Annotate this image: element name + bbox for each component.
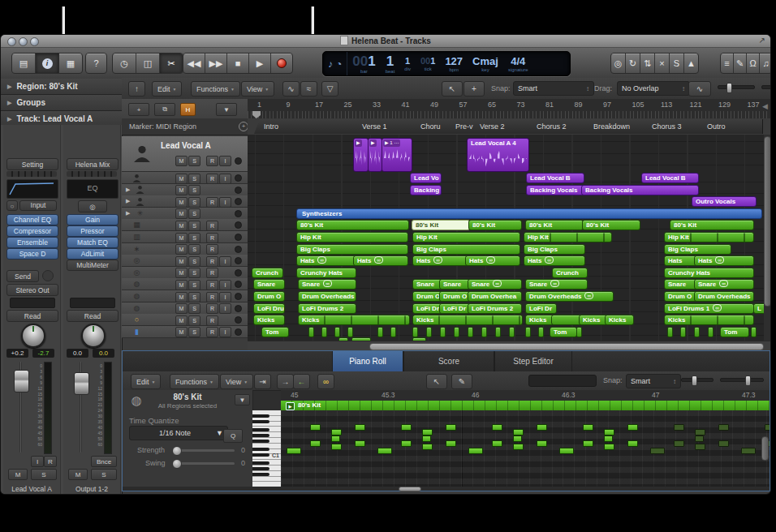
record-enable-button[interactable]: R (206, 156, 218, 166)
midi-note[interactable] (741, 448, 756, 454)
marker-verse-2[interactable]: Verse 2 (470, 119, 537, 134)
midi-note[interactable] (695, 444, 705, 450)
autopunch-button[interactable]: ⇅ (640, 54, 655, 73)
lcd-field-key[interactable]: Cmajkey (468, 52, 503, 75)
editor-hzoom-slider[interactable] (720, 378, 764, 382)
midi-region[interactable]: Hats∞ (465, 255, 520, 266)
track-header-10[interactable]: ◎MSR (122, 267, 248, 279)
solo-button[interactable]: S (188, 208, 200, 219)
piano-key-black[interactable] (252, 420, 269, 423)
midi-region[interactable]: Snare∞ (694, 279, 754, 290)
record-enable-button[interactable]: R (206, 315, 218, 326)
record-enable-button[interactable]: R (206, 244, 218, 255)
midi-note[interactable] (287, 448, 301, 454)
marker-verse-1[interactable]: Verse 1 (352, 119, 420, 134)
solo-button[interactable]: S (188, 327, 200, 337)
midi-region-blip[interactable] (347, 327, 353, 337)
midi-region[interactable]: Snare∞ (468, 279, 522, 290)
midi-region[interactable]: LoFi Dr (525, 303, 557, 314)
input-monitor-button[interactable]: I (219, 303, 231, 314)
inspector-dropdown-button[interactable]: ▼ (235, 394, 250, 405)
midi-region[interactable]: Kicks (525, 315, 554, 325)
midi-region[interactable]: LoFi Drums 1∞ (664, 303, 754, 314)
piano-roll-grid[interactable] (281, 410, 770, 487)
midi-region[interactable]: Tom (550, 327, 577, 337)
marker-lane-header[interactable]: Marker: MIDI Region + (122, 118, 255, 135)
midi-note[interactable] (627, 440, 638, 447)
play-button[interactable]: ▶ (249, 54, 271, 73)
disclosure-triangle-icon[interactable]: ▶ (126, 210, 130, 217)
midi-note[interactable] (513, 444, 524, 450)
midi-note[interactable] (583, 424, 593, 431)
midi-note[interactable] (401, 440, 412, 447)
midi-region-blip[interactable] (538, 327, 544, 337)
lcd-field-div[interactable]: 1div (399, 52, 416, 75)
record-enable-toggle[interactable]: R (44, 456, 57, 467)
midi-note[interactable] (377, 448, 392, 454)
automation-mode-button[interactable]: Read (6, 310, 58, 322)
arrange-vscroll-thumb[interactable] (764, 136, 770, 307)
inspector-header-1[interactable]: ▶Groups (1, 95, 122, 111)
editor-ruler[interactable]: 4545.34646.34747.3 (281, 390, 770, 401)
arrange-vscroll-track[interactable] (764, 135, 770, 341)
editor-vzoom-slider[interactable] (681, 378, 713, 382)
plugin-slot-match-eq[interactable]: Match EQ (67, 237, 119, 248)
piano-key-black[interactable] (252, 428, 269, 431)
browsers-button[interactable]: ♫ (760, 54, 770, 73)
midi-region[interactable]: Snare (664, 279, 697, 290)
midi-region-blip[interactable] (308, 327, 314, 337)
track-header-6[interactable]: ▦MSR (122, 219, 248, 231)
audio-region[interactable]: ▶ (353, 138, 369, 172)
midi-region-blip[interactable] (334, 327, 340, 337)
midi-region-blip[interactable] (390, 327, 396, 337)
horizontal-zoom-slider[interactable] (761, 85, 770, 89)
input-monitor-button[interactable]: I (219, 280, 231, 290)
midi-region[interactable]: Kicks (605, 315, 634, 325)
midi-note[interactable] (604, 435, 613, 442)
record-enable-button[interactable]: R (206, 292, 218, 302)
inspector-header-0[interactable]: ▶Region: 80's Kit (1, 79, 122, 95)
marker-outro[interactable]: Outro (697, 119, 763, 134)
lcd-mode-icons[interactable]: ♪◔ (323, 52, 347, 75)
midi-region[interactable]: Big Claps (412, 244, 520, 255)
vocal-region[interactable]: Backing Vocals (581, 185, 699, 195)
piano-key-black[interactable] (252, 414, 269, 418)
midi-region-blip[interactable] (751, 327, 757, 337)
midi-region[interactable]: Big Claps (664, 244, 731, 255)
solo-button[interactable]: S (188, 221, 200, 231)
menu-functions[interactable]: Functions▼ (191, 81, 240, 97)
piano-key-white[interactable] (252, 477, 281, 483)
midi-region[interactable]: LoFi Dr (412, 303, 442, 314)
midi-note[interactable] (604, 444, 614, 450)
add-track-button[interactable]: + (128, 103, 149, 116)
vocal-region[interactable]: Backing Vocals (526, 185, 584, 195)
solo-button[interactable]: S (188, 185, 200, 195)
marker-chorus-3[interactable]: Chorus 3 (642, 119, 708, 134)
plugin-slot-pressor[interactable]: Pressor (67, 225, 119, 237)
editor-hscroll-thumb[interactable] (399, 487, 421, 491)
midi-region[interactable]: Snare (439, 279, 470, 290)
editor-pencil-tool-menu[interactable]: ✎ (451, 374, 472, 389)
track-header-2[interactable]: MSRI (122, 172, 248, 184)
midi-region[interactable]: Drum O (664, 291, 697, 302)
pointer-tool-menu[interactable]: ↖ (442, 81, 463, 97)
mute-button[interactable]: M (175, 174, 188, 184)
midi-note[interactable] (331, 444, 342, 450)
tuner-button[interactable]: ◎ (611, 54, 626, 73)
disclosure-triangle-icon[interactable]: ▶ (7, 84, 11, 90)
piano-key-black[interactable] (252, 434, 269, 437)
list-editors-button[interactable]: ≡ (721, 54, 734, 73)
vertical-zoom-slider[interactable] (718, 85, 755, 89)
record-enable-button[interactable]: R (206, 221, 218, 231)
vocal-region[interactable]: Lead Vo (410, 173, 442, 183)
eq-thumbnail[interactable] (6, 179, 58, 199)
midi-region[interactable]: Kicks (253, 315, 285, 325)
track-header-11[interactable]: ◍MSRI (122, 278, 248, 290)
midi-note[interactable] (583, 440, 593, 447)
record-enable-button[interactable]: R (206, 233, 218, 243)
midi-region[interactable]: Drum O (412, 291, 442, 302)
input-button[interactable]: Input (19, 200, 57, 211)
solo-button[interactable]: S (188, 280, 200, 290)
midi-region-blip[interactable] (321, 327, 327, 337)
pan-knob[interactable] (21, 324, 45, 348)
